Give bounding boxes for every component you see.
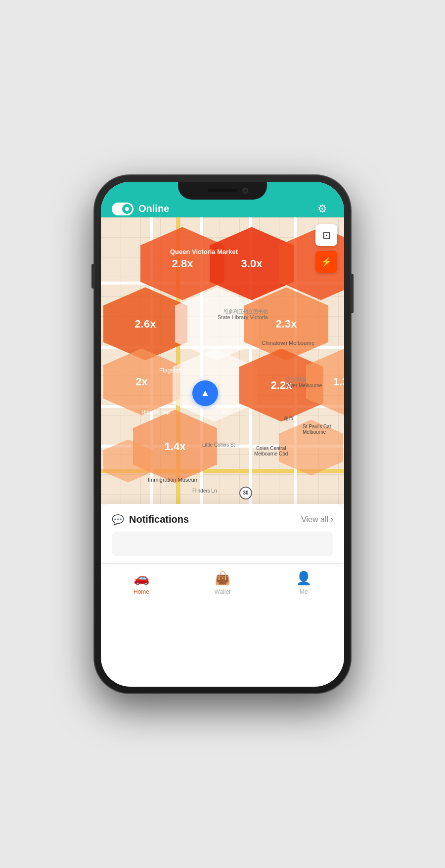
map-controls: ⊡ ⚡ <box>315 224 337 273</box>
notifications-title: Notifications <box>129 514 189 525</box>
header-left: Online <box>112 203 169 215</box>
boost-button[interactable]: ⚡ <box>315 251 337 273</box>
notch-speaker <box>208 189 237 192</box>
label-flagstaff: Flagstaff <box>159 367 182 374</box>
view-all-button[interactable]: View all › <box>301 514 333 525</box>
phone-screen: Online ⚙ 2.8x 3.0x 2. <box>101 182 344 687</box>
hex-grid: 2.8x 3.0x 2. 2.6x 2.3x 2x 2.2x 1.3X 1.4x <box>101 217 344 504</box>
wallet-icon: 👜 <box>215 571 230 586</box>
wallet-label: Wallet <box>215 588 231 595</box>
label-stpauls: St Paul's CatMelbourne <box>303 424 331 435</box>
home-label: Home <box>134 588 149 595</box>
notch-camera <box>242 188 248 194</box>
boost-icon: ⚡ <box>321 256 332 267</box>
hex-2.3x: 2.3x <box>244 288 328 361</box>
hex-2x: 2x <box>103 349 180 415</box>
tab-wallet[interactable]: 👜 Wallet <box>182 571 263 595</box>
focus-icon: ⊡ <box>322 229 331 241</box>
me-label: Me <box>300 588 308 595</box>
label-state-library-cn: 维多利亚州立图书馆 <box>223 308 268 315</box>
tab-me[interactable]: 👤 Me <box>263 571 344 595</box>
location-dot <box>192 380 218 406</box>
label-chinatown: Chinatown Melbourne <box>262 340 314 346</box>
status-label: Online <box>138 203 169 214</box>
focus-button[interactable]: ⊡ <box>315 224 337 246</box>
chevron-right-icon: › <box>330 514 333 525</box>
label-myer: Myer Melbourne <box>286 383 322 388</box>
label-immigration: Immigration Museum <box>148 477 199 483</box>
label-coles: Coles CentralMelbourne Cbd <box>254 446 288 456</box>
notifications-content <box>112 532 333 556</box>
label-chaohi: 超市 <box>284 415 294 422</box>
settings-button[interactable]: ⚙ <box>312 198 333 220</box>
toggle-knob <box>122 204 132 214</box>
notifications-header: 💬 Notifications View all › <box>112 514 333 526</box>
me-icon: 👤 <box>296 571 312 586</box>
label-flinders: Flinders Ln <box>192 488 217 494</box>
map-area[interactable]: 2.8x 3.0x 2. 2.6x 2.3x 2x 2.2x 1.3X 1.4x… <box>101 217 344 504</box>
view-all-label: View all <box>301 515 328 524</box>
chat-icon: 💬 <box>112 514 124 526</box>
notifications-panel: 💬 Notifications View all › <box>101 504 344 563</box>
speed-sign: 30 <box>239 487 252 499</box>
phone-frame: Online ⚙ 2.8x 3.0x 2. <box>94 175 351 694</box>
tab-bar: 🚗 Home 👜 Wallet 👤 Me <box>101 563 344 613</box>
label-queen-victoria: Queen Victoria Market <box>170 248 238 255</box>
online-toggle[interactable] <box>112 203 134 215</box>
label-little-collins: Little Collins St <box>202 442 235 448</box>
notch <box>178 182 267 200</box>
label-myer-cn: 百货商场 <box>286 376 306 383</box>
tab-home[interactable]: 🚗 Home <box>101 571 182 595</box>
home-icon: 🚗 <box>134 571 149 586</box>
hex-2.6x: 2.6x <box>103 288 187 361</box>
gear-icon: ⚙ <box>317 203 327 215</box>
label-rill: rill <box>222 409 227 415</box>
notifications-left: 💬 Notifications <box>112 514 189 526</box>
label-hibachi: Hibachi Jap <box>141 409 170 415</box>
